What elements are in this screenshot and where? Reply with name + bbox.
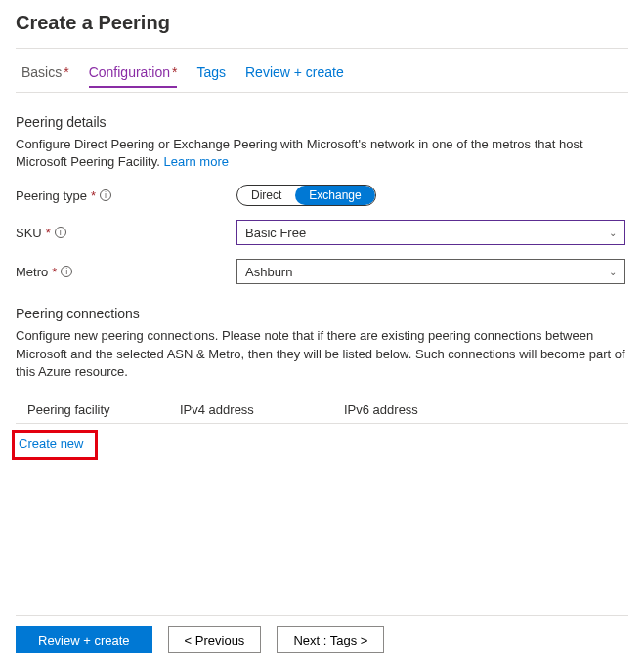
row-metro: Metro * i Ashburn ⌄ <box>16 259 628 284</box>
page-title: Create a Peering <box>16 12 628 34</box>
chevron-down-icon: ⌄ <box>609 228 617 238</box>
select-value: Ashburn <box>245 265 292 279</box>
learn-more-link[interactable]: Learn more <box>163 154 228 169</box>
connections-description: Configure new peering connections. Pleas… <box>16 327 628 381</box>
desc-text: Configure Direct Peering or Exchange Pee… <box>16 137 583 169</box>
tab-configuration[interactable]: Configuration <box>89 64 178 88</box>
label-metro: Metro * i <box>16 265 236 279</box>
row-peering-type: Peering type * i Direct Exchange <box>16 185 628 206</box>
required-asterisk: * <box>91 188 96 203</box>
label-text: SKU <box>16 226 42 240</box>
tabs: Basics Configuration Tags Review + creat… <box>16 64 628 88</box>
peering-details-heading: Peering details <box>16 114 628 130</box>
peering-details-description: Configure Direct Peering or Exchange Pee… <box>16 136 628 171</box>
toggle-peering-type[interactable]: Direct Exchange <box>236 185 376 206</box>
toggle-direct[interactable]: Direct <box>237 186 295 205</box>
next-button[interactable]: Next : Tags > <box>277 626 384 653</box>
select-sku[interactable]: Basic Free ⌄ <box>236 220 625 245</box>
divider <box>16 92 628 93</box>
create-new-link[interactable]: Create new <box>19 437 83 451</box>
toggle-exchange[interactable]: Exchange <box>295 186 374 205</box>
required-asterisk: * <box>52 265 57 279</box>
col-ipv4: IPv4 address <box>180 402 344 417</box>
info-icon[interactable]: i <box>55 227 66 238</box>
col-ipv6: IPv6 address <box>344 402 508 417</box>
create-new-highlight: Create new <box>12 430 98 460</box>
label-sku: SKU * i <box>16 226 236 240</box>
label-text: Peering type <box>16 188 87 203</box>
required-asterisk: * <box>46 226 51 240</box>
footer: Review + create < Previous Next : Tags > <box>16 615 628 653</box>
label-peering-type: Peering type * i <box>16 188 236 203</box>
divider <box>16 615 628 616</box>
previous-button[interactable]: < Previous <box>168 626 262 653</box>
select-value: Basic Free <box>245 226 306 240</box>
connections-table-header: Peering facility IPv4 address IPv6 addre… <box>16 395 628 424</box>
tab-review[interactable]: Review + create <box>245 64 344 88</box>
tab-tags[interactable]: Tags <box>196 64 226 88</box>
info-icon[interactable]: i <box>61 266 72 277</box>
footer-buttons: Review + create < Previous Next : Tags > <box>16 626 628 653</box>
tab-basics[interactable]: Basics <box>21 64 69 88</box>
col-facility: Peering facility <box>16 402 180 417</box>
chevron-down-icon: ⌄ <box>609 267 617 277</box>
divider <box>16 48 628 49</box>
label-text: Metro <box>16 265 48 279</box>
review-create-button[interactable]: Review + create <box>16 626 152 653</box>
info-icon[interactable]: i <box>100 189 111 201</box>
row-sku: SKU * i Basic Free ⌄ <box>16 220 628 245</box>
connections-heading: Peering connections <box>16 306 628 321</box>
select-metro[interactable]: Ashburn ⌄ <box>236 259 625 284</box>
